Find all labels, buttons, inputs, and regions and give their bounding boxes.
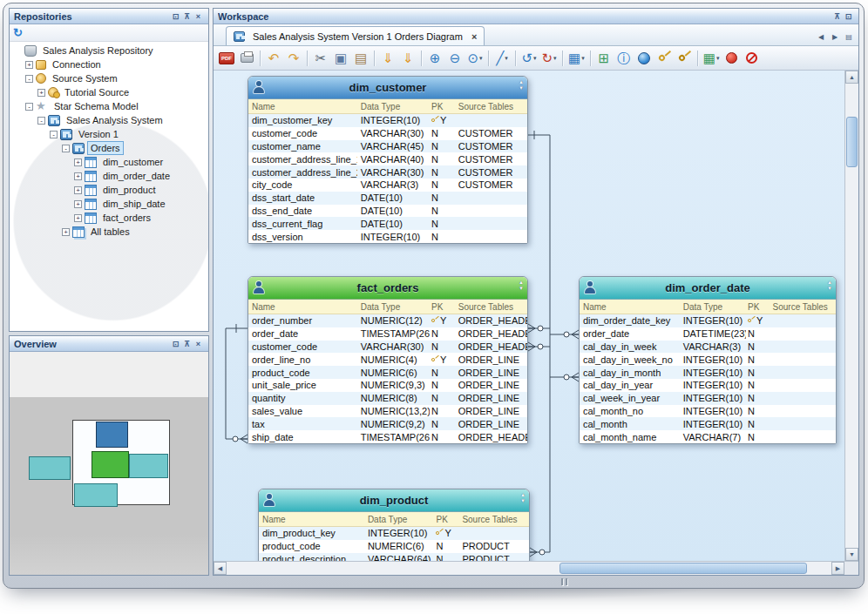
- scroll-up-icon[interactable]: ▲: [845, 71, 858, 84]
- scroll-right-icon[interactable]: ▶: [831, 562, 844, 575]
- zoom-in-button[interactable]: ⊕: [425, 49, 444, 68]
- repositories-tree[interactable]: Sales Analysis Repository+Connection-Sou…: [10, 42, 208, 331]
- tree-item-tutorial-source[interactable]: +Tutorial Source: [10, 85, 208, 99]
- entity-header[interactable]: fact_orders▲▼: [248, 277, 527, 300]
- refresh-icon[interactable]: ↻: [13, 27, 23, 39]
- sync-button[interactable]: ↻▾: [539, 49, 559, 68]
- entity-row-product_description[interactable]: product_descriptionVARCHAR(64)NPRODUCT: [259, 553, 529, 561]
- entity-row-customer_address_line_2[interactable]: customer_address_line_2VARCHAR(30)NCUSTO…: [248, 165, 527, 179]
- dropdown-caret-icon[interactable]: ▾: [533, 55, 537, 62]
- dropdown-caret-icon[interactable]: ▾: [581, 55, 585, 62]
- close-tab-icon[interactable]: ×: [471, 31, 477, 42]
- line-style-button[interactable]: ╱▾: [492, 49, 512, 68]
- entity-row-ship_date[interactable]: ship_dateTIMESTAMP(26,6)NORDER_HEADER: [248, 430, 527, 443]
- vertical-scroll-thumb[interactable]: [846, 117, 858, 167]
- grid-view-button[interactable]: ▦▾: [566, 49, 587, 68]
- repositories-title-bar[interactable]: Repositories ⊡ ⊼ ×: [10, 9, 208, 24]
- expand-icon[interactable]: +: [74, 172, 82, 180]
- entity-header[interactable]: dim_order_date▲▼: [580, 277, 836, 300]
- sort-arrows-icon[interactable]: ▲▼: [520, 492, 526, 504]
- pin-panel-icon[interactable]: ⊼: [181, 12, 193, 21]
- entity-row-dss_start_date[interactable]: dss_start_dateDATE(10)N: [248, 192, 527, 205]
- tree-item-sales-analysis-system[interactable]: -Sales Analysis System: [10, 113, 208, 127]
- float-panel-icon[interactable]: ⊡: [843, 12, 854, 21]
- scroll-tabs-left-icon[interactable]: ◀: [815, 30, 827, 43]
- entity-row-order_date[interactable]: order_dateTIMESTAMP(26,6)NORDER_HEADER: [248, 327, 527, 341]
- key-button[interactable]: [654, 49, 674, 68]
- workspace-title-bar[interactable]: Workspace ⊼ ⊡: [214, 9, 858, 24]
- entity-row-tax[interactable]: taxNUMERIC(9,2)NORDER_LINE: [248, 417, 527, 430]
- tree-item-orders[interactable]: -Orders: [10, 141, 208, 155]
- export-pdf-button[interactable]: PDF: [217, 49, 236, 68]
- tree-item-dim-product[interactable]: +dim_product: [10, 183, 208, 197]
- entity-dim_order_date[interactable]: dim_order_date▲▼NameData TypePKSource Ta…: [579, 276, 837, 444]
- entity-header[interactable]: dim_product▲▼: [259, 489, 529, 512]
- close-panel-icon[interactable]: ×: [193, 12, 204, 21]
- collapse-icon[interactable]: -: [37, 117, 45, 125]
- horizontal-scroll-track[interactable]: [227, 562, 831, 575]
- refresh-diagram-button[interactable]: ↺▾: [519, 49, 539, 68]
- tree-item-fact-orders[interactable]: +fact_orders: [10, 211, 208, 225]
- tree-item-sales-analysis-repository[interactable]: Sales Analysis Repository: [10, 44, 208, 57]
- entity-row-cal_day_in_year[interactable]: cal_day_in_yearINTEGER(10)N: [580, 379, 836, 392]
- close-panel-icon[interactable]: ×: [193, 340, 204, 348]
- expand-icon[interactable]: +: [37, 89, 45, 97]
- tree-item-connection[interactable]: +Connection: [10, 57, 208, 71]
- entity-row-cal_month_name[interactable]: cal_month_nameVARCHAR(7)N: [580, 430, 836, 443]
- tab-list-icon[interactable]: ▤: [843, 30, 855, 43]
- tree-item-source-system[interactable]: -Source System: [10, 71, 208, 85]
- entity-row-cal_day_in_month[interactable]: cal_day_in_monthINTEGER(10)N: [580, 366, 836, 379]
- scroll-left-icon[interactable]: ◀: [214, 562, 227, 575]
- entity-row-product_code[interactable]: product_codeNUMERIC(6)NORDER_LINE: [248, 366, 527, 379]
- zoom-out-button[interactable]: ⊖: [445, 49, 465, 68]
- horizontal-scroll-thumb[interactable]: [559, 563, 808, 574]
- copy-button[interactable]: ▣: [331, 49, 350, 68]
- entity-row-customer_code[interactable]: customer_codeVARCHAR(30)NCUSTOMER: [248, 127, 527, 140]
- collapse-icon[interactable]: -: [62, 145, 70, 152]
- entity-row-cal_week_in_year[interactable]: cal_week_in_yearINTEGER(10)N: [580, 392, 836, 405]
- tree-item-dim-ship-date[interactable]: +dim_ship_date: [10, 197, 208, 211]
- tree-item-star-schema-model[interactable]: -Star Schema Model: [10, 99, 208, 113]
- expand-icon[interactable]: +: [74, 159, 82, 166]
- dropdown-caret-icon[interactable]: ▾: [505, 55, 508, 62]
- float-panel-icon[interactable]: ⊡: [170, 12, 181, 21]
- entity-row-unit_sale_price[interactable]: unit_sale_priceNUMERIC(9,3)NORDER_LINE: [248, 379, 527, 392]
- entity-dim_customer[interactable]: dim_customer▲▼NameData TypePKSource Tabl…: [248, 76, 528, 244]
- entity-row-order_line_no[interactable]: order_line_noNUMERIC(4)YORDER_LINE: [248, 353, 527, 366]
- auto-layout-button[interactable]: ⊞: [594, 49, 614, 68]
- scroll-down-icon[interactable]: ▼: [845, 548, 858, 561]
- entity-row-customer_name[interactable]: customer_nameVARCHAR(45)NCUSTOMER: [248, 140, 527, 153]
- dropdown-caret-icon[interactable]: ▾: [479, 55, 483, 62]
- expand-icon[interactable]: +: [62, 228, 70, 236]
- collapse-icon[interactable]: -: [25, 103, 33, 111]
- dropdown-caret-icon[interactable]: ▾: [553, 55, 557, 62]
- globe-button[interactable]: [634, 49, 654, 68]
- stop-button[interactable]: [742, 49, 761, 68]
- record-button[interactable]: [722, 49, 741, 68]
- overview-title-bar[interactable]: Overview ⊡ ⊼ ×: [10, 336, 208, 352]
- entity-row-dss_current_flag[interactable]: dss_current_flagDATE(10)N: [248, 217, 527, 230]
- entity-row-product_code[interactable]: product_codeNUMERIC(6)NPRODUCT: [259, 540, 529, 553]
- zoom-mode-button[interactable]: ⊙▾: [465, 49, 485, 68]
- collapse-icon[interactable]: -: [25, 75, 33, 83]
- entity-row-sales_value[interactable]: sales_valueNUMERIC(13,2)NORDER_LINE: [248, 405, 527, 418]
- pin-panel-icon[interactable]: ⊼: [181, 340, 193, 348]
- resize-handle[interactable]: [561, 578, 567, 585]
- entity-row-dim_customer_key[interactable]: dim_customer_keyINTEGER(10)Y: [248, 114, 527, 127]
- sort-arrows-icon[interactable]: ▲▼: [827, 280, 832, 292]
- tree-item-dim-order-date[interactable]: +dim_order_date: [10, 169, 208, 183]
- entity-header[interactable]: dim_customer▲▼: [248, 77, 527, 99]
- vertical-scroll-track[interactable]: [845, 84, 858, 548]
- dropdown-caret-icon[interactable]: ▾: [716, 55, 720, 62]
- horizontal-scrollbar[interactable]: ◀ ▶: [214, 562, 844, 575]
- diagram-canvas[interactable]: dim_customer▲▼NameData TypePKSource Tabl…: [214, 71, 844, 561]
- entity-row-quantity[interactable]: quantityNUMERIC(8)NORDER_LINE: [248, 392, 527, 405]
- undo-button[interactable]: ↶: [264, 49, 283, 68]
- expand-icon[interactable]: +: [74, 214, 82, 222]
- entity-row-order_number[interactable]: order_numberNUMERIC(12)YORDER_HEADER: [248, 314, 527, 327]
- entity-row-order_date[interactable]: order_dateDATETIME(23)N: [580, 327, 836, 341]
- overview-minimap[interactable]: [10, 352, 208, 575]
- entity-row-dss_end_date[interactable]: dss_end_dateDATE(10)N: [248, 205, 527, 218]
- pin-panel-icon[interactable]: ⊼: [831, 12, 843, 21]
- entity-fact_orders[interactable]: fact_orders▲▼NameData TypePKSource Table…: [248, 276, 528, 444]
